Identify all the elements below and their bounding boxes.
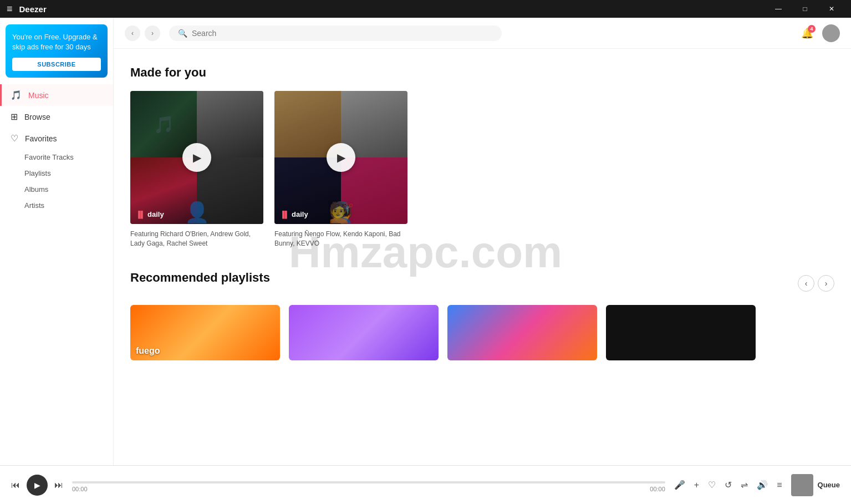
header-actions: 🔔 4 — [801, 24, 840, 42]
subnav-favorite-tracks[interactable]: Favorite Tracks — [0, 149, 113, 165]
app-body: You're on Free. Upgrade & skip ads free … — [0, 18, 851, 465]
subnav-albums[interactable]: Albums — [0, 181, 113, 197]
player-controls: ⏮ ▶ ⏭ — [11, 475, 63, 496]
daily-icon-2: ▐▌ — [280, 211, 289, 218]
repeat-icon[interactable]: ↺ — [725, 480, 732, 490]
volume-icon[interactable]: 🔊 — [757, 480, 768, 490]
sidebar-favorites-label: Favorites — [25, 134, 57, 143]
queue-label[interactable]: Queue — [818, 481, 840, 489]
recommended-playlists-section: Recommended playlists ‹ › fuego — [130, 271, 834, 360]
playlist-cards-row: 👤 ▶ ▐▌ daily — [130, 91, 834, 248]
daily-badge-2: ▐▌ daily — [280, 210, 308, 218]
progress-area: 00:00 00:00 — [72, 478, 665, 492]
recommended-cards-row: fuego — [130, 305, 834, 360]
subnav-artists[interactable]: Artists — [0, 197, 113, 213]
section-nav: ‹ › — [798, 275, 834, 292]
player-bar: ⏮ ▶ ⏭ 00:00 00:00 🎤 + ♡ ↺ ⇌ 🔊 ≡ Queue — [0, 465, 851, 504]
titlebar: ≡ Deezer — □ ✕ — [0, 0, 851, 18]
main-content: Made for you 👤 — [114, 49, 851, 388]
recommended-title: Recommended playlists — [130, 271, 270, 285]
notification-badge: 4 — [808, 25, 816, 33]
rec-card-3[interactable] — [447, 305, 597, 360]
daily-icon-1: ▐▌ — [136, 211, 145, 218]
equalizer-icon[interactable]: ≡ — [777, 480, 782, 490]
recommended-prev-button[interactable]: ‹ — [798, 275, 814, 292]
rec-card-2[interactable] — [289, 305, 439, 360]
sidebar-item-favorites[interactable]: ♡ Favorites — [0, 128, 113, 149]
made-for-you-title: Made for you — [130, 65, 834, 80]
header-bar: ‹ › 🔍 🔔 4 — [114, 18, 851, 49]
rec-card-label-1: fuego — [136, 346, 160, 356]
close-button[interactable]: ✕ — [819, 0, 844, 18]
avatar-button[interactable] — [822, 24, 840, 42]
app-logo: Deezer — [19, 4, 766, 14]
rec-card-1[interactable]: fuego — [130, 305, 280, 360]
main-content-area: ‹ › 🔍 🔔 4 Made for you — [114, 18, 851, 465]
cover-overlay-2: ▶ — [274, 91, 407, 224]
next-button[interactable]: ⏭ — [54, 480, 63, 490]
play-button-2[interactable]: ▶ — [327, 143, 355, 172]
sidebar-item-music[interactable]: 🎵 Music — [0, 84, 113, 106]
progress-bar[interactable] — [72, 481, 665, 483]
play-pause-button[interactable]: ▶ — [27, 475, 48, 496]
search-icon: 🔍 — [178, 29, 187, 38]
queue-section: Queue — [791, 474, 840, 496]
promo-banner: You're on Free. Upgrade & skip ads free … — [6, 24, 108, 78]
shuffle-icon[interactable]: ⇌ — [741, 480, 748, 490]
time-current: 00:00 — [72, 486, 88, 492]
minimize-button[interactable]: — — [766, 0, 791, 18]
recommended-section-header: Recommended playlists ‹ › — [130, 271, 834, 296]
queue-thumbnail — [791, 474, 813, 496]
play-button-1[interactable]: ▶ — [182, 143, 211, 172]
nav-arrows: ‹ › — [125, 26, 160, 41]
daily-badge-1: ▐▌ daily — [136, 210, 164, 218]
rec-card-4[interactable] — [606, 305, 756, 360]
sidebar-browse-label: Browse — [24, 113, 50, 121]
time-labels: 00:00 00:00 — [72, 486, 665, 492]
mic-icon[interactable]: 🎤 — [674, 480, 685, 490]
promo-text: You're on Free. Upgrade & skip ads free … — [12, 32, 101, 52]
forward-button[interactable]: › — [145, 26, 160, 41]
recommended-next-button[interactable]: › — [818, 275, 834, 292]
sidebar-item-browse[interactable]: ⊞ Browse — [0, 106, 113, 128]
window-controls: — □ ✕ — [766, 0, 844, 18]
playlist-cover-2: 🧑 👤 🕶 💇 — [274, 91, 407, 224]
subnav-playlists[interactable]: Playlists — [0, 165, 113, 181]
maximize-button[interactable]: □ — [792, 0, 818, 18]
time-total: 00:00 — [650, 486, 665, 492]
playlist-cover-1: 👤 ▶ ▐▌ daily — [130, 91, 263, 224]
playlist-card-1[interactable]: 👤 ▶ ▐▌ daily — [130, 91, 263, 248]
back-button[interactable]: ‹ — [125, 26, 140, 41]
menu-icon[interactable]: ≡ — [7, 3, 13, 15]
favorite-icon[interactable]: ♡ — [708, 480, 716, 490]
playlist-desc-1: Featuring Richard O'Brien, Andrew Gold, … — [130, 230, 263, 248]
search-bar[interactable]: 🔍 — [169, 26, 502, 41]
made-for-you-section: Made for you 👤 — [130, 65, 834, 248]
sidebar-music-label: Music — [28, 91, 49, 100]
add-to-playlist-icon[interactable]: + — [694, 480, 699, 490]
browse-icon: ⊞ — [11, 111, 18, 122]
player-actions: 🎤 + ♡ ↺ ⇌ 🔊 ≡ — [674, 480, 782, 490]
music-icon: 🎵 — [11, 90, 22, 100]
notifications-button[interactable]: 🔔 4 — [801, 27, 813, 39]
sidebar: You're on Free. Upgrade & skip ads free … — [0, 18, 114, 465]
playlist-card-2[interactable]: 🧑 👤 🕶 💇 — [274, 91, 407, 248]
daily-label-2: daily — [292, 210, 308, 218]
cover-overlay-1: ▶ — [130, 91, 263, 224]
search-input[interactable] — [192, 29, 493, 38]
prev-button[interactable]: ⏮ — [11, 480, 20, 490]
subscribe-button[interactable]: SUBSCRIBE — [12, 58, 101, 71]
heart-icon: ♡ — [11, 133, 18, 144]
playlist-desc-2: Featuring Ñengo Flow, Kendo Kaponi, Bad … — [274, 230, 407, 248]
daily-label-1: daily — [147, 210, 164, 218]
